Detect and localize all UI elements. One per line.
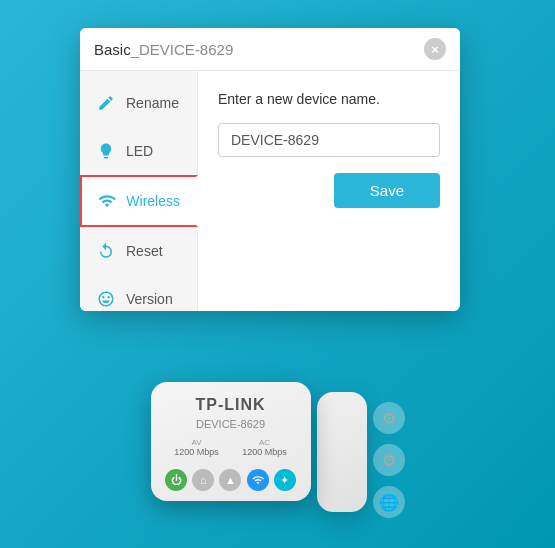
tools-icon[interactable]: ⚙ xyxy=(373,444,405,476)
home-button[interactable]: ⌂ xyxy=(192,469,214,491)
sidebar-item-rename[interactable]: Rename xyxy=(80,79,197,127)
sidebar-item-reset[interactable]: Reset xyxy=(80,227,197,275)
sidebar-item-version[interactable]: Version xyxy=(80,275,197,311)
sidebar-reset-label: Reset xyxy=(126,243,163,259)
spec-av: AV 1200 Mbps xyxy=(174,438,219,457)
device-card-container: TP-LINK DEVICE-8629 AV 1200 Mbps AC 1200… xyxy=(151,382,405,518)
side-icons: ⚙ ⚙ 🌐 xyxy=(373,382,405,518)
spec-ac-label: AC xyxy=(242,438,287,447)
power-button[interactable]: ⏻ xyxy=(165,469,187,491)
device-buttons: ⏻ ⌂ ▲ ✦ xyxy=(163,465,299,491)
spec-av-value: 1200 Mbps xyxy=(174,447,219,457)
main-content: Enter a new device name. Save xyxy=(198,71,460,311)
rename-icon xyxy=(96,93,116,113)
dialog-title-basic: Basic xyxy=(94,41,131,58)
device-specs: AV 1200 Mbps AC 1200 Mbps xyxy=(163,438,299,457)
device-card-back xyxy=(317,392,367,512)
dialog-title: Basic_DEVICE-8629 xyxy=(94,41,233,58)
globe-icon[interactable]: 🌐 xyxy=(373,486,405,518)
spec-ac: AC 1200 Mbps xyxy=(242,438,287,457)
wireless-icon xyxy=(98,191,116,211)
sidebar: Rename LED Wireless xyxy=(80,71,198,311)
sidebar-wireless-label: Wireless xyxy=(126,193,180,209)
info-button[interactable]: ▲ xyxy=(219,469,241,491)
dialog-titlebar: Basic_DEVICE-8629 × xyxy=(80,28,460,71)
input-prompt: Enter a new device name. xyxy=(218,91,440,107)
close-button[interactable]: × xyxy=(424,38,446,60)
device-card: TP-LINK DEVICE-8629 AV 1200 Mbps AC 1200… xyxy=(151,382,311,501)
sidebar-item-led[interactable]: LED xyxy=(80,127,197,175)
spec-av-label: AV xyxy=(174,438,219,447)
settings-icon[interactable]: ⚙ xyxy=(373,402,405,434)
spec-ac-value: 1200 Mbps xyxy=(242,447,287,457)
network-button[interactable]: ✦ xyxy=(274,469,296,491)
sidebar-version-label: Version xyxy=(126,291,173,307)
dialog-title-device: _DEVICE-8629 xyxy=(131,41,234,58)
sidebar-item-wireless[interactable]: Wireless xyxy=(80,175,198,227)
version-icon xyxy=(96,289,116,309)
device-brand: TP-LINK xyxy=(163,396,299,414)
sidebar-rename-label: Rename xyxy=(126,95,179,111)
device-name-input[interactable] xyxy=(218,123,440,157)
dialog-window: Basic_DEVICE-8629 × Rename xyxy=(80,28,460,311)
led-icon xyxy=(96,141,116,161)
device-name-label: DEVICE-8629 xyxy=(163,418,299,430)
sidebar-led-label: LED xyxy=(126,143,153,159)
reset-icon xyxy=(96,241,116,261)
wifi-button[interactable] xyxy=(247,469,269,491)
save-button[interactable]: Save xyxy=(334,173,440,208)
dialog-body: Rename LED Wireless xyxy=(80,71,460,311)
